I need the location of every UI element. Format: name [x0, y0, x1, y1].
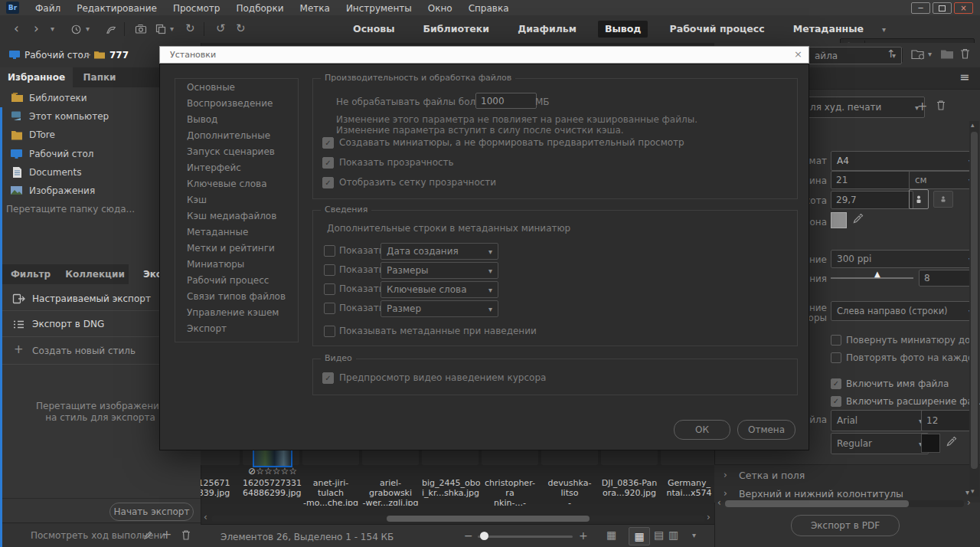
camera-import-icon[interactable] [135, 23, 148, 35]
sidebar-item-dtore[interactable]: DTore [29, 129, 55, 140]
trash-icon[interactable] [181, 529, 191, 541]
menu-tools[interactable]: Инструменты [346, 1, 412, 16]
menu-file[interactable]: Файл [35, 1, 60, 16]
nav-general[interactable]: Основные [187, 82, 235, 93]
rotate-thumbnail-checkbox[interactable] [831, 335, 841, 346]
show-row2-checkbox[interactable] [324, 264, 335, 276]
file-name[interactable]: christopher-rankin-...-uly.jpg [482, 478, 538, 506]
quality-slider-track[interactable] [831, 277, 913, 279]
detail-view-icon[interactable]: ▤ [654, 529, 664, 541]
tab-folders[interactable]: Папки [73, 67, 126, 87]
workspace-filmstrip[interactable]: Диафильм [511, 21, 583, 38]
right-panel-hscrollbar[interactable]: ‹ › [714, 498, 980, 509]
transparency-grid-checkbox[interactable]: ✓ [322, 177, 334, 188]
scroll-right-arrow[interactable]: › [707, 512, 710, 522]
recent-folder-caret[interactable]: ▾ [928, 50, 932, 58]
scroll-up-arrow[interactable]: ▴ [971, 121, 975, 129]
output-preset-dropdown[interactable]: ля худ. печати▾ [800, 97, 925, 118]
star-rating[interactable]: ☆☆☆☆☆ [256, 466, 297, 477]
file-name[interactable]: anet-jiri-tulach-mo...che.jpg [302, 478, 359, 506]
eyedropper-icon[interactable] [852, 212, 864, 224]
font-family-dropdown[interactable]: Arial▾ [831, 410, 929, 431]
workspace-libraries[interactable]: Библиотеки [416, 21, 496, 38]
menu-edit[interactable]: Редактирование [77, 1, 157, 16]
maximize-button[interactable] [933, 2, 952, 14]
include-filename-checkbox[interactable]: ✓ [831, 378, 841, 389]
dialog-close-icon[interactable]: × [794, 48, 802, 60]
tab-filter[interactable]: Фильтр [0, 264, 61, 284]
format-dropdown[interactable]: A4▾ [831, 151, 978, 171]
metadata-row1-dropdown[interactable]: Дата создания▾ [381, 243, 498, 260]
delete-icon[interactable] [959, 47, 971, 60]
workspace-more-caret[interactable]: ▾ [882, 25, 886, 34]
nav-cache-management[interactable]: Управление кэшем [187, 307, 279, 318]
workspace-metadata[interactable]: Метаданные [786, 21, 871, 38]
nav-advanced[interactable]: Дополнительные [187, 130, 270, 141]
minimize-button[interactable]: ─ [911, 2, 930, 14]
content-hscrollbar[interactable]: ‹ › [201, 512, 714, 524]
hscroll-thumb[interactable] [387, 516, 590, 522]
show-row3-checkbox[interactable] [324, 283, 335, 295]
nav-thumbnails[interactable]: Миниатюры [187, 259, 244, 270]
add-icon[interactable]: + [162, 527, 172, 542]
nav-workflow[interactable]: Рабочий процесс [187, 275, 269, 286]
nav-metadata[interactable]: Метаданные [187, 227, 248, 237]
generate-thumbnails-checkbox[interactable]: ✓ [322, 137, 334, 149]
repeat-photo-checkbox[interactable] [831, 352, 841, 363]
menu-help[interactable]: Справка [469, 1, 509, 16]
sync-icon[interactable]: ↻ [185, 15, 195, 41]
file-name[interactable]: ariel-grabowski-wer...zgli.jpg [362, 478, 419, 506]
include-extension-checkbox[interactable]: ✓ [831, 396, 841, 407]
file-name[interactable]: DJI_0836-Panora...920.jpg [601, 478, 658, 498]
history-icon[interactable] [70, 24, 82, 35]
nav-output[interactable]: Вывод [187, 114, 217, 125]
history-caret[interactable]: ▾ [86, 15, 90, 43]
panel-menu-icon[interactable]: ≡ [959, 70, 969, 84]
add-preset-icon[interactable]: + [917, 99, 927, 113]
nav-labels-ratings[interactable]: Метки и рейтинги [187, 243, 275, 254]
height-input[interactable]: 29,7 [831, 191, 913, 209]
start-export-button[interactable]: Начать экспорт [109, 503, 194, 521]
section-grid-margins[interactable]: › Сетка и поля [714, 464, 980, 487]
sort-ascending-icon[interactable]: ↑ [887, 47, 896, 60]
nav-interface[interactable]: Интерфейс [187, 162, 241, 173]
menu-label[interactable]: Метка [300, 1, 330, 16]
metadata-row2-dropdown[interactable]: Размеры▾ [381, 262, 498, 279]
dialog-titlebar[interactable]: Установки × [159, 46, 809, 64]
portrait-orientation-button[interactable] [909, 189, 929, 209]
show-row4-checkbox[interactable] [324, 303, 335, 314]
menu-stacks[interactable]: Подборки [236, 1, 283, 16]
quality-input[interactable]: 8 [919, 270, 975, 287]
delete-preset-icon[interactable] [936, 100, 946, 111]
hscroll-thumb[interactable] [725, 500, 909, 507]
sidebar-item-pictures[interactable]: Изображения [29, 185, 95, 196]
create-style-button[interactable]: Создать новый стиль [32, 346, 136, 356]
resolution-dropdown[interactable]: 300 ppi▾ [831, 250, 978, 268]
redo-button[interactable]: ↻ [236, 15, 246, 41]
nav-startup-scripts[interactable]: Запуск сценариев [187, 146, 275, 157]
landscape-orientation-button[interactable] [933, 191, 953, 208]
layout-dropdown[interactable]: Слева направо (строки)▾ [831, 301, 978, 321]
width-input[interactable]: 21 [831, 171, 913, 189]
file-name[interactable]: big_2445_oboi_kr...shka.jpg [422, 478, 479, 498]
undo-button[interactable]: ↺ [216, 15, 226, 41]
file-name[interactable]: Germany_ntai...x574 [661, 478, 714, 498]
cancel-button[interactable]: Отмена [737, 420, 795, 440]
copy-files-icon[interactable] [155, 23, 167, 35]
forward-button[interactable]: › [34, 15, 39, 41]
tab-collections[interactable]: Коллекции [61, 264, 129, 284]
ok-button[interactable]: ОК [674, 420, 730, 440]
view-options-caret[interactable]: ▾ [692, 531, 696, 539]
breadcrumb-root[interactable]: Рабочий стол [24, 50, 89, 61]
workspace-output[interactable]: Вывод [598, 21, 648, 38]
font-eyedropper-icon[interactable] [946, 435, 958, 447]
recent-folder-icon[interactable] [911, 48, 926, 61]
nav-dropdown-caret[interactable]: ▾ [51, 15, 54, 43]
sidebar-item-desktop[interactable]: Рабочий стол [29, 149, 93, 159]
zoom-in-icon[interactable]: + [579, 529, 588, 542]
nav-playback[interactable]: Воспроизведение [187, 98, 273, 109]
show-tooltips-checkbox[interactable] [324, 326, 335, 337]
scroll-right-arrow[interactable]: › [967, 497, 971, 508]
metadata-row3-dropdown[interactable]: Ключевые слова▾ [381, 281, 498, 298]
font-size-input[interactable]: 12 [921, 410, 976, 431]
